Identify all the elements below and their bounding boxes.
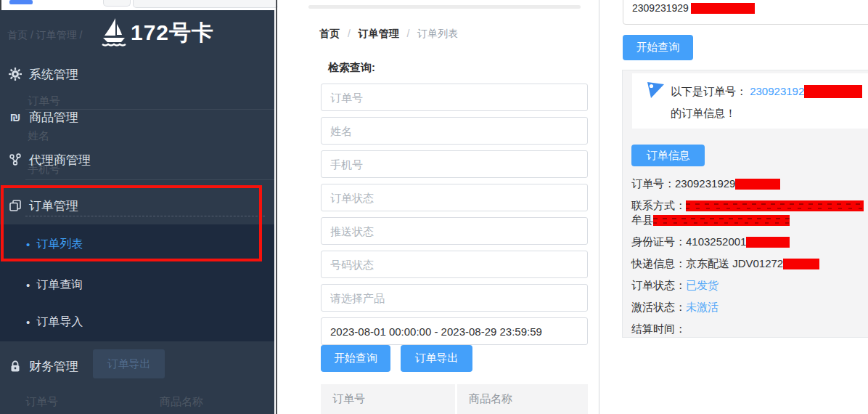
sidebar-item-products[interactable]: ₪ 商品管理	[0, 108, 274, 126]
redaction-bar	[686, 200, 864, 211]
ghost-order-no: 订单号	[28, 94, 60, 108]
subitem-label: 订单查询	[36, 277, 83, 293]
detail-contact-line2: 牟县	[631, 213, 864, 227]
order-status-value: 已发货	[686, 279, 718, 291]
sidebar-item-label: 财务管理	[29, 358, 78, 375]
flag-icon	[645, 81, 666, 101]
ghost-table-header-order: 订单号	[25, 395, 58, 409]
order-details: 订单号：2309231929 联系方式： 牟县 身份证号：4103252001 …	[631, 176, 864, 336]
table-header-product: 商品名称	[457, 384, 588, 414]
number-status-select[interactable]	[321, 251, 588, 278]
message-prefix: 以下是订单号：	[671, 85, 747, 97]
order-search-input[interactable]: 2309231929	[623, 0, 868, 25]
order-status-select[interactable]	[321, 184, 588, 211]
sidebar-item-label: 代理商管理	[29, 152, 91, 169]
bullet-icon: •	[26, 279, 30, 291]
push-status-select[interactable]	[321, 217, 588, 245]
redaction-bar	[783, 259, 819, 269]
order-search-value: 2309231929	[632, 2, 689, 14]
sailboat-logo-icon	[102, 17, 126, 48]
redaction-bar	[804, 85, 862, 98]
detail-settle-time: 结算时间：	[631, 322, 864, 336]
top-blue-fragment	[9, 0, 33, 4]
detail-contact: 联系方式：	[631, 198, 864, 213]
date-range-value: 2023-08-01 00:00:00 - 2023-08-29 23:59:5…	[330, 325, 542, 338]
ghost-breadcrumb: 首页 / 订单管理 /	[7, 29, 82, 42]
mid-seam-line	[276, 0, 277, 414]
redaction-bar	[653, 215, 790, 226]
order-info-tag[interactable]: 订单信息	[631, 145, 705, 166]
table-header-order-no: 订单号	[321, 384, 455, 414]
ghost-name: 姓名	[28, 129, 49, 143]
detail-order-status: 订单状态：已发货	[631, 278, 864, 293]
product-select[interactable]	[321, 284, 588, 312]
lock-icon	[8, 359, 22, 373]
search-section-label: 检索查询:	[328, 61, 375, 75]
message-line1: 以下是订单号： 230923192	[671, 85, 862, 99]
detail-order-no: 订单号：2309231929	[631, 176, 864, 191]
app-logo: 172号卡	[102, 17, 214, 48]
order-export-button[interactable]: 订单导出	[401, 345, 472, 372]
top-chip-wide-left	[133, 0, 279, 8]
breadcrumb-separator: /	[348, 28, 351, 39]
redaction-bar	[746, 237, 790, 248]
order-number-link[interactable]: 230923192	[750, 85, 804, 97]
activation-status-value: 未激活	[686, 301, 718, 313]
app-logo-text: 172号卡	[131, 18, 214, 48]
red-highlight-rectangle	[1, 185, 262, 261]
detail-id-number: 身份证号：4103252001	[631, 235, 864, 249]
sidebar-item-system[interactable]: 系统管理	[0, 65, 274, 83]
share-nodes-icon	[8, 153, 22, 167]
breadcrumb-current: 订单列表	[417, 28, 458, 39]
date-range-picker[interactable]: 2023-08-01 00:00:00 - 2023-08-29 23:59:5…	[321, 317, 588, 345]
bullet-icon: •	[26, 316, 30, 328]
panel-divider-line	[599, 0, 599, 414]
sidebar-item-label: 商品管理	[29, 109, 78, 126]
breadcrumb-separator: /	[407, 28, 410, 39]
sidebar-subitem-order-import[interactable]: • 订单导入	[26, 314, 83, 330]
ghost-input-line	[25, 179, 274, 180]
sidebar-item-label: 系统管理	[29, 66, 78, 83]
detail-activation-status: 激活状态：未激活	[631, 300, 864, 314]
ghost-table-header-product: 商品名称	[160, 395, 203, 409]
top-divider-bar	[308, 5, 581, 9]
redaction-bar	[691, 3, 755, 14]
right-start-query-button[interactable]: 开始查询	[623, 35, 693, 60]
gear-icon	[8, 67, 22, 81]
subitem-label: 订单导入	[36, 314, 83, 330]
order-no-input[interactable]	[321, 84, 588, 111]
phone-input[interactable]	[321, 150, 588, 178]
query-result-box: 以下是订单号： 230923192 的订单信息！ 订单信息 订单号：230923…	[622, 70, 868, 338]
redaction-bar	[735, 179, 780, 190]
sidebar-subitem-order-query[interactable]: • 订单查询	[26, 277, 83, 293]
ghost-export-button: 订单导出	[93, 349, 165, 378]
screenshot-canvas: 首页 / 订单管理 / 172号卡 订单号 姓名 手机号	[0, 0, 868, 414]
top-chip-small-left	[103, 0, 131, 7]
product-icon: ₪	[8, 110, 22, 124]
message-card: 以下是订单号： 230923192 的订单信息！	[632, 73, 868, 129]
sidebar-item-agents[interactable]: 代理商管理	[0, 151, 274, 169]
breadcrumb-section[interactable]: 订单管理	[359, 28, 399, 39]
breadcrumb-home[interactable]: 首页	[319, 28, 340, 39]
detail-express: 快递信息：京东配送 JDV01272	[631, 256, 864, 271]
breadcrumb: 首页 / 订单管理 / 订单列表	[319, 28, 458, 41]
message-line2: 的订单信息！	[671, 107, 736, 121]
name-input[interactable]	[321, 117, 588, 145]
start-query-button[interactable]: 开始查询	[321, 345, 390, 372]
